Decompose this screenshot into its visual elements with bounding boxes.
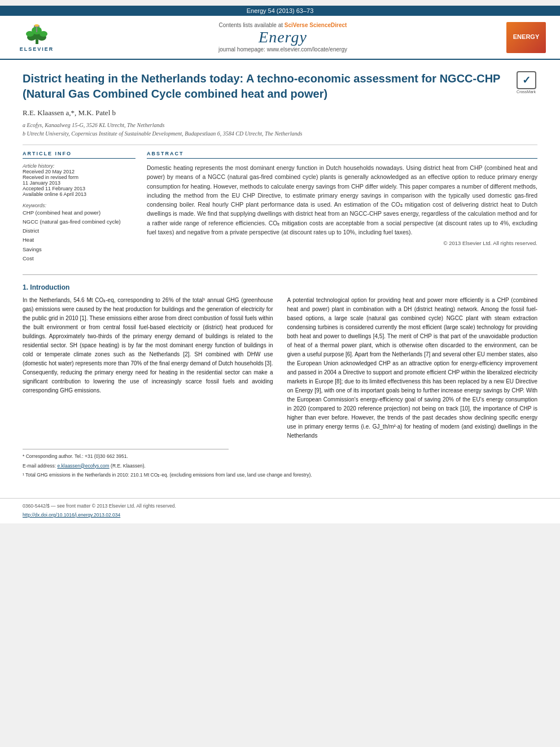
revised-date: 11 January 2013 [23,180,135,186]
keywords-heading: Keywords: [23,203,135,208]
bottom-bar: 0360-5442/$ — see front matter © 2013 El… [0,498,560,523]
history-label: Article history: [23,163,135,169]
footnote-email: E-mail address: e.klaassen@ecofys.com (R… [23,462,537,470]
crossmark-badge: ✓ CrossMark [515,71,537,94]
affiliation-a: a Ecofys, Kanaalweg 15-G, 3526 KL Utrech… [23,121,537,129]
intro-col1-text: In the Netherlands, 54.6 Mt CO₂-eq, corr… [23,296,273,395]
journal-title: Energy [68,28,498,46]
energy-logo: ENERGY [506,22,546,53]
keywords-section: Keywords: CHP (combined heat and power) … [23,203,135,263]
header-divider [23,145,537,145]
keyword-4: Savings [23,245,135,254]
history-group: Article history: Received 20 May 2012 Re… [23,163,135,197]
footnote-1: ¹ Total GHG emissions in the Netherlands… [23,471,537,479]
keyword-2: District [23,226,135,235]
crossmark-label: CrossMark [517,90,536,94]
sciverse-text: Contents lists available at SciVerse Sci… [68,22,498,28]
revised-label: Received in revised form [23,174,135,180]
journal-header: ELSEVIER Contents lists available at Sci… [0,16,560,60]
svg-point-6 [40,31,47,37]
journal-center: Contents lists available at SciVerse Sci… [68,22,498,53]
received-value: Received 20 May 2012 [23,169,135,174]
homepage-url[interactable]: www.elsevier.com/locate/energy [267,46,347,53]
article-info: Article Info Article history: Received 2… [23,151,135,263]
keyword-1: NGCC (natural gas-fired combined cycle) [23,217,135,226]
copyright-line: © 2013 Elsevier Ltd. All rights reserved… [147,240,537,246]
body-divider [23,274,537,275]
svg-point-9 [34,24,39,27]
journal-right-logo: ENERGY [504,20,549,54]
top-bar: Energy 54 (2013) 63–73 [0,6,560,16]
accepted-value: Accepted 11 February 2013 [23,186,135,191]
intro-col2-text: A potential technological option for pro… [287,296,538,440]
issn-text: 0360-5442/$ — see front matter © 2013 El… [23,503,537,509]
intro-heading: 1. Introduction [23,283,537,291]
abstract-heading: Abstract [147,151,537,159]
sciverse-link[interactable]: SciVerse ScienceDirect [285,22,347,28]
doi-link[interactable]: http://dx.doi.org/10.1016/j.energy.2013.… [23,512,120,518]
journal-homepage: journal homepage: www.elsevier.com/locat… [68,46,498,53]
abstract-section: Abstract Domestic heating represents the… [147,151,537,263]
svg-point-5 [26,31,34,37]
intro-col1: In the Netherlands, 54.6 Mt CO₂-eq, corr… [23,296,273,440]
keyword-5: Cost [23,254,135,263]
elsevier-label: ELSEVIER [20,46,54,52]
article-title: District heating in the Netherlands toda… [23,71,506,102]
journal-citation: Energy 54 (2013) 63–73 [247,7,314,14]
article-title-area: District heating in the Netherlands toda… [23,71,537,102]
article-info-heading: Article Info [23,151,135,159]
page: Energy 54 (2013) 63–73 ELSEVIER [0,6,560,523]
affiliations: a Ecofys, Kanaalweg 15-G, 3526 KL Utrech… [23,121,537,138]
main-content: District heating in the Netherlands toda… [0,60,560,492]
intro-col2: A potential technological option for pro… [287,296,538,440]
authors: R.E. Klaassen a,*, M.K. Patel b [23,108,537,117]
svg-rect-0 [36,40,38,44]
abstract-text: Domestic heating represents the most dom… [147,163,537,237]
elsevier-logo: ELSEVIER [11,20,62,54]
affiliation-b: b Utrecht University, Copernicus Institu… [23,129,537,138]
footnote-divider [23,449,229,449]
crossmark-icon: ✓ [517,71,536,89]
elsevier-tree-icon [21,23,53,45]
email-link[interactable]: e.klaassen@ecofys.com [57,463,109,469]
intro-columns: In the Netherlands, 54.6 Mt CO₂-eq, corr… [23,296,537,440]
available-value: Available online 6 April 2013 [23,191,135,197]
info-abstract-section: Article Info Article history: Received 2… [23,151,537,263]
keyword-0: CHP (combined heat and power) [23,208,135,217]
footnote-star: * Corresponding author. Tel.: +31 (0)30 … [23,453,537,460]
keyword-3: Heat [23,235,135,244]
